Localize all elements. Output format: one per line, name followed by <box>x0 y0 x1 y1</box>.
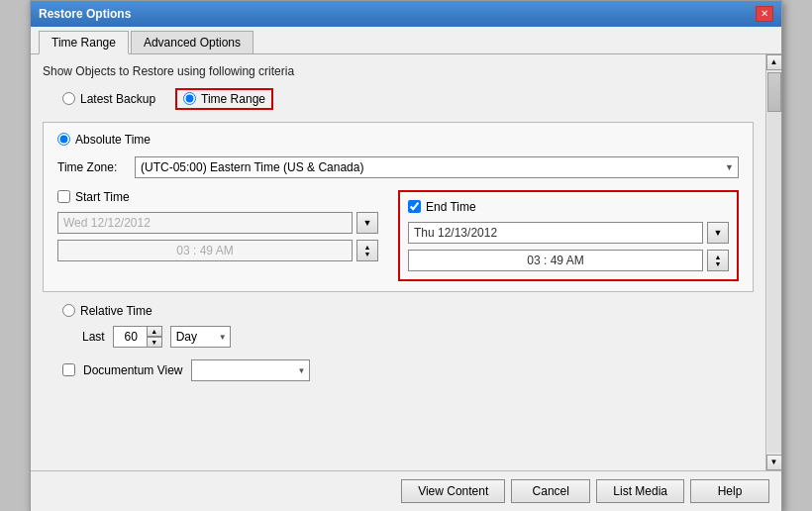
absolute-time-header: Absolute Time <box>57 133 739 147</box>
help-button[interactable]: Help <box>690 479 769 503</box>
start-time-header: Start Time <box>57 190 378 204</box>
absolute-time-section: Absolute Time Time Zone: (UTC-05:00) Eas… <box>43 122 754 292</box>
start-time-label: Start Time <box>75 190 130 204</box>
relative-time-radio[interactable] <box>62 304 75 317</box>
start-date-row: ▼ <box>57 212 378 234</box>
start-time-row: ▲▼ <box>57 240 378 261</box>
view-content-button[interactable]: View Content <box>401 479 505 503</box>
latest-backup-option[interactable]: Latest Backup <box>62 92 155 106</box>
end-time-spinner[interactable]: ▲▼ <box>707 250 729 271</box>
timezone-select-wrapper: (UTC-05:00) Eastern Time (US & Canada) <box>135 156 739 178</box>
window-title: Restore Options <box>39 7 131 21</box>
end-date-input[interactable] <box>408 222 703 244</box>
end-date-row: ▼ <box>408 222 729 244</box>
scrollbar-down-btn[interactable]: ▼ <box>766 455 782 470</box>
last-input-wrapper: ▲ ▼ <box>113 326 162 348</box>
start-time-spinner[interactable]: ▲▼ <box>356 240 378 261</box>
latest-backup-label: Latest Backup <box>80 92 155 106</box>
start-date-dropdown-btn[interactable]: ▼ <box>356 212 378 234</box>
end-time-label: End Time <box>426 200 476 214</box>
end-time-checkbox[interactable] <box>408 200 421 213</box>
relative-time-header: Relative Time <box>62 304 754 318</box>
last-label: Last <box>82 330 105 344</box>
relative-time-section: Relative Time Last ▲ ▼ Day Week <box>43 304 754 348</box>
main-content: Show Objects to Restore using following … <box>31 54 765 470</box>
title-bar: Restore Options ✕ <box>31 1 781 27</box>
last-value-down-btn[interactable]: ▼ <box>147 337 162 348</box>
relative-row: Last ▲ ▼ Day Week Month Year <box>62 326 754 348</box>
tab-bar: Time Range Advanced Options <box>31 27 781 54</box>
tab-time-range[interactable]: Time Range <box>39 31 129 54</box>
restore-options-window: Restore Options ✕ Time Range Advanced Op… <box>30 0 782 511</box>
start-time-input[interactable] <box>57 240 353 261</box>
scrollbar: ▲ ▼ <box>765 54 781 470</box>
time-columns: Start Time ▼ ▲▼ <box>57 190 739 281</box>
scrollbar-up-btn[interactable]: ▲ <box>766 54 782 70</box>
end-time-column: End Time ▼ ▲▼ <box>398 190 739 281</box>
last-value-up-btn[interactable]: ▲ <box>147 326 162 337</box>
timezone-label: Time Zone: <box>57 160 127 174</box>
documentum-select-wrapper <box>191 359 310 381</box>
cancel-button[interactable]: Cancel <box>511 479 590 503</box>
subtitle: Show Objects to Restore using following … <box>43 64 754 78</box>
end-time-header: End Time <box>408 200 729 214</box>
scrollbar-track <box>767 72 781 453</box>
close-button[interactable]: ✕ <box>756 6 773 22</box>
start-time-checkbox[interactable] <box>57 190 70 203</box>
period-select[interactable]: Day Week Month Year <box>170 326 231 348</box>
timezone-row: Time Zone: (UTC-05:00) Eastern Time (US … <box>57 156 739 178</box>
end-time-row: ▲▼ <box>408 250 729 271</box>
end-date-dropdown-btn[interactable]: ▼ <box>707 222 729 244</box>
criteria-radio-row: Latest Backup Time Range <box>43 88 754 110</box>
end-time-input[interactable] <box>408 250 703 271</box>
list-media-button[interactable]: List Media <box>596 479 684 503</box>
timezone-select[interactable]: (UTC-05:00) Eastern Time (US & Canada) <box>135 156 739 178</box>
documentum-row: Documentum View <box>43 359 754 381</box>
footer: View Content Cancel List Media Help <box>31 470 781 511</box>
period-select-wrapper: Day Week Month Year <box>170 326 231 348</box>
tab-advanced-options[interactable]: Advanced Options <box>131 31 254 53</box>
time-range-option[interactable]: Time Range <box>175 88 273 110</box>
documentum-label: Documentum View <box>83 363 183 377</box>
start-date-input[interactable] <box>57 212 353 234</box>
time-range-label: Time Range <box>201 92 265 106</box>
absolute-time-label: Absolute Time <box>75 133 151 147</box>
start-time-column: Start Time ▼ ▲▼ <box>57 190 378 281</box>
latest-backup-radio[interactable] <box>62 92 75 105</box>
documentum-checkbox[interactable] <box>62 363 75 376</box>
scrollbar-thumb[interactable] <box>767 72 781 112</box>
documentum-select[interactable] <box>191 359 310 381</box>
time-range-radio[interactable] <box>183 92 196 105</box>
relative-time-label: Relative Time <box>80 304 152 318</box>
absolute-time-radio[interactable] <box>57 133 70 146</box>
